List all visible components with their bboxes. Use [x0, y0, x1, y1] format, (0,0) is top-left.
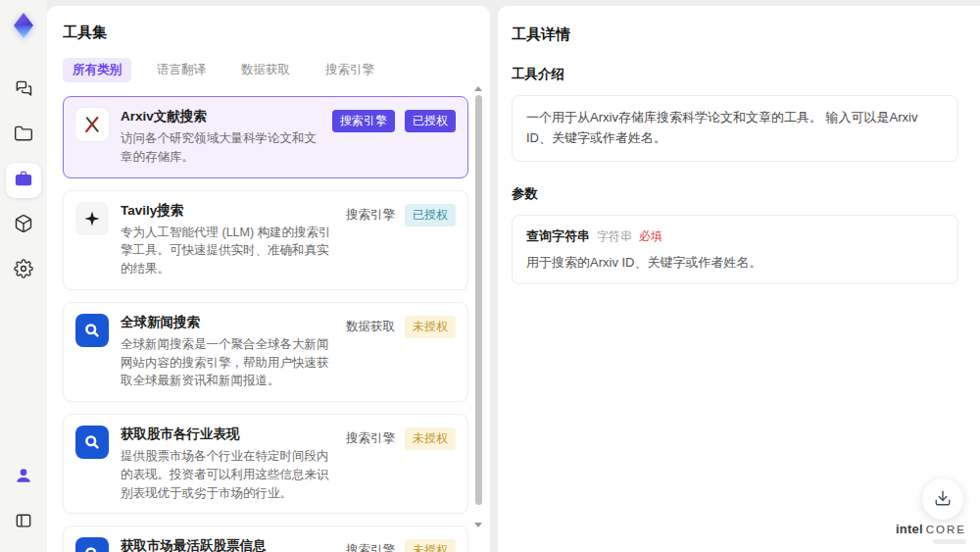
- tool-name: 获取股市各行业表现: [121, 426, 334, 443]
- list-scrollbar[interactable]: [473, 86, 483, 527]
- cube-icon: [14, 214, 33, 237]
- param-required-badge: 必填: [639, 228, 662, 245]
- page-title: 工具集: [63, 24, 474, 42]
- category-tab[interactable]: 语言翻译: [147, 58, 216, 82]
- sidebar-item-packages[interactable]: [6, 208, 41, 243]
- tool-list-panel: 工具集 所有类别语言翻译数据获取搜索引擎 Arxiv文献搜索 访问各个研究领域大…: [47, 6, 490, 552]
- folder-icon: [14, 124, 33, 147]
- brand-core: CORE: [926, 524, 966, 535]
- scroll-up-arrow-icon[interactable]: [474, 86, 482, 91]
- tool-status-badge: 未授权: [405, 316, 456, 338]
- tool-name: 全球新闻搜索: [121, 314, 334, 331]
- panel-icon: [14, 511, 33, 534]
- tool-status-badge: 已授权: [405, 204, 456, 226]
- download-button[interactable]: [922, 478, 963, 520]
- tool-tags: 搜索引擎 未授权: [346, 426, 456, 450]
- sidebar-item-tools[interactable]: [6, 163, 41, 198]
- search-q-icon: [75, 314, 109, 347]
- param-box: 查询字符串 字符串 必填 用于搜索的Arxiv ID、关键字或作者姓名。: [512, 215, 958, 284]
- tool-category-badge: 搜索引擎: [346, 430, 395, 447]
- brand-intel: intel: [896, 522, 923, 536]
- tool-status-badge: 已授权: [405, 110, 456, 132]
- param-type: 字符串: [597, 228, 632, 245]
- tool-description: 访问各个研究领域大量科学论文和文章的存储库。: [121, 129, 320, 167]
- sidebar-item-files[interactable]: [6, 118, 41, 153]
- chat-icon: [14, 78, 33, 102]
- intro-box: 一个用于从Arxiv存储库搜索科学论文和文章的工具。 输入可以是Arxiv ID…: [512, 95, 958, 162]
- tool-description: 全球新闻搜索是一个聚合全球各大新闻网站内容的搜索引擎，帮助用户快速获取全球最新资…: [121, 335, 334, 390]
- tool-tags: 数据获取 未授权: [346, 314, 456, 338]
- tool-status-badge: 未授权: [405, 427, 456, 450]
- tool-name: Tavily搜索: [121, 202, 334, 220]
- sidebar-item-user[interactable]: [6, 460, 41, 495]
- detail-title: 工具详情: [512, 25, 958, 44]
- download-icon: [934, 489, 952, 510]
- app-logo-icon: [8, 10, 39, 41]
- tool-card[interactable]: Arxiv文献搜索 访问各个研究领域大量科学论文和文章的存储库。 搜索引擎 已授…: [63, 96, 468, 178]
- params-heading: 参数: [512, 185, 958, 203]
- tool-card[interactable]: 全球新闻搜索 全球新闻搜索是一个聚合全球各大新闻网站内容的搜索引擎，帮助用户快速…: [63, 302, 468, 402]
- intro-heading: 工具介绍: [512, 66, 958, 83]
- sidebar-bottom: [6, 460, 41, 540]
- sidebar-item-settings[interactable]: [6, 253, 41, 288]
- category-tabs: 所有类别语言翻译数据获取搜索引擎: [63, 58, 474, 82]
- tool-category-badge: 数据获取: [346, 319, 395, 335]
- category-tab[interactable]: 所有类别: [63, 58, 131, 82]
- category-tab[interactable]: 搜索引擎: [316, 58, 384, 82]
- user-icon: [14, 466, 33, 489]
- tool-list: Arxiv文献搜索 访问各个研究领域大量科学论文和文章的存储库。 搜索引擎 已授…: [63, 96, 468, 552]
- param-name: 查询字符串: [526, 227, 590, 245]
- sidebar: [0, 0, 47, 552]
- tool-name: Arxiv文献搜索: [121, 108, 320, 125]
- tool-category-badge: 搜索引擎: [346, 542, 395, 552]
- gear-icon: [14, 259, 33, 282]
- sidebar-item-chat[interactable]: [6, 73, 41, 108]
- tool-tags: 搜索引擎 未授权: [346, 537, 456, 552]
- arxiv-icon: [75, 108, 109, 141]
- tool-description: 提供股票市场各个行业在特定时间段内的表现。投资者可以利用这些信息来识别表现优于或…: [121, 447, 334, 502]
- tool-category-badge: 搜索引擎: [332, 110, 395, 132]
- brand-subtext: [933, 539, 966, 544]
- tavily-icon: [75, 202, 109, 235]
- search-q-icon: [75, 426, 109, 459]
- category-tab[interactable]: 数据获取: [231, 58, 300, 82]
- scroll-down-arrow-icon[interactable]: [474, 523, 482, 527]
- tool-card[interactable]: Tavily搜索 专为人工智能代理 (LLM) 构建的搜索引擎工具。可快速提供实…: [63, 190, 468, 290]
- param-description: 用于搜索的Arxiv ID、关键字或作者姓名。: [526, 254, 944, 272]
- tool-tags: 搜索引擎 已授权: [346, 202, 456, 226]
- briefcase-icon: [14, 169, 33, 192]
- tool-detail-panel: 工具详情 工具介绍 一个用于从Arxiv存储库搜索科学论文和文章的工具。 输入可…: [498, 6, 980, 552]
- scrollbar-thumb[interactable]: [475, 95, 482, 505]
- tool-status-badge: 未授权: [405, 539, 456, 552]
- intro-text: 一个用于从Arxiv存储库搜索科学论文和文章的工具。 输入可以是Arxiv ID…: [526, 108, 944, 149]
- sidebar-nav: [6, 73, 41, 298]
- tool-card[interactable]: 获取股市各行业表现 提供股票市场各个行业在特定时间段内的表现。投资者可以利用这些…: [63, 414, 468, 514]
- intel-core-brand: intel CORE: [896, 522, 966, 544]
- tool-tags: 搜索引擎 已授权: [332, 108, 456, 132]
- sidebar-item-collapse-sidebar[interactable]: [6, 505, 41, 540]
- search-q-icon: [75, 537, 109, 552]
- tool-description: 专为人工智能代理 (LLM) 构建的搜索引擎工具。可快速提供实时、准确和真实的结…: [121, 224, 334, 278]
- tool-name: 获取市场最活跃股票信息: [121, 537, 334, 552]
- tool-category-badge: 搜索引擎: [346, 207, 395, 224]
- tool-card[interactable]: 获取市场最活跃股票信息 提供当天交易量最高的股票列表。投资者可以利用这些信息来识…: [63, 526, 468, 552]
